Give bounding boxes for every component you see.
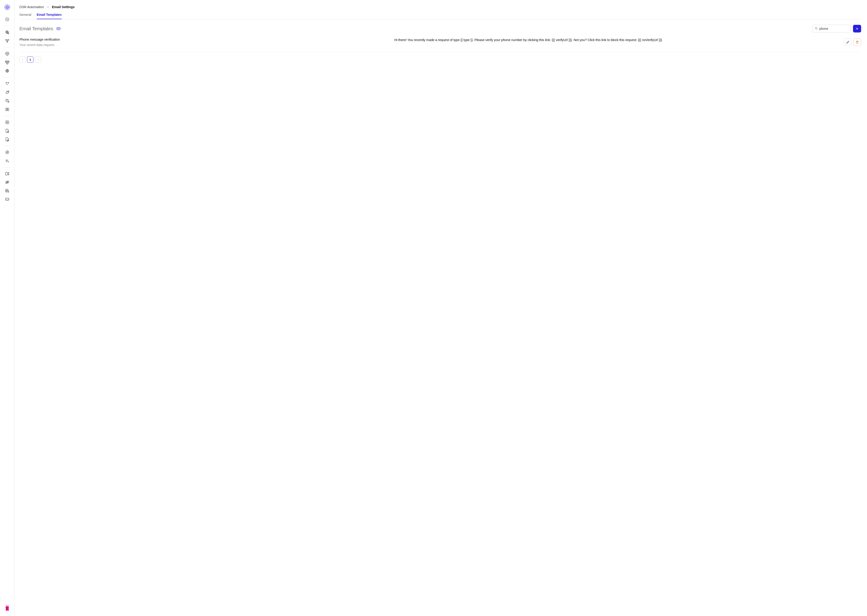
nav-handshake-icon[interactable] xyxy=(3,80,11,87)
svg-point-35 xyxy=(59,28,59,29)
search-input[interactable] xyxy=(812,25,851,33)
template-row: Phone message verification Your recent d… xyxy=(19,34,861,52)
svg-rect-17 xyxy=(6,121,9,124)
template-subject: Your recent data request. xyxy=(19,43,390,47)
nav-eye-off-icon[interactable] xyxy=(3,179,11,185)
app-logo[interactable] xyxy=(4,4,11,11)
nav-table-plus-icon[interactable] xyxy=(3,188,11,194)
svg-point-36 xyxy=(815,27,817,29)
svg-point-24 xyxy=(8,174,9,175)
nav-list-plus-icon[interactable] xyxy=(3,158,11,164)
template-title: Phone message verification xyxy=(19,38,390,41)
template-body: Hi there! You recently made a request of… xyxy=(394,38,839,47)
nav-database-power-icon[interactable] xyxy=(3,97,11,104)
main-content: DSR Automation Email Settings General Em… xyxy=(14,0,867,616)
nav-globe-icon[interactable] xyxy=(3,68,11,74)
nav-user-card-icon[interactable] xyxy=(3,106,11,113)
nav-file-database-icon[interactable] xyxy=(3,136,11,143)
svg-point-30 xyxy=(7,610,9,611)
add-template-button[interactable] xyxy=(853,25,861,33)
svg-point-2 xyxy=(7,7,8,8)
plus-icon xyxy=(855,27,859,30)
svg-point-5 xyxy=(8,33,9,34)
nav-thumbs-up-icon[interactable] xyxy=(3,89,11,96)
delete-template-button[interactable] xyxy=(853,38,861,46)
tab-email-templates[interactable]: Email Templates xyxy=(37,13,61,19)
svg-point-13 xyxy=(6,99,8,100)
svg-point-34 xyxy=(58,28,58,29)
nav-brand-bottom-icon[interactable] xyxy=(3,604,11,612)
nav-boxes-stacked-icon[interactable] xyxy=(3,59,11,65)
chevron-right-icon xyxy=(47,6,49,8)
nav-graph-nodes-icon[interactable] xyxy=(3,38,11,44)
nav-bolt-icon[interactable] xyxy=(3,16,11,22)
svg-point-18 xyxy=(6,122,8,123)
breadcrumb: DSR Automation Email Settings xyxy=(19,5,861,9)
svg-point-23 xyxy=(8,172,9,173)
nav-search-box-icon[interactable] xyxy=(3,119,11,126)
nav-code-monitor-icon[interactable] xyxy=(3,196,11,203)
svg-point-12 xyxy=(8,91,9,92)
svg-rect-27 xyxy=(5,198,9,200)
search-icon xyxy=(815,27,818,31)
nav-globe-settings-icon[interactable] xyxy=(3,29,11,35)
svg-point-32 xyxy=(8,605,8,606)
tabbar: General Email Templates xyxy=(19,13,861,19)
nav-layout-sliders-icon[interactable] xyxy=(3,171,11,177)
breadcrumb-current: Email Settings xyxy=(52,5,75,9)
pencil-icon xyxy=(846,40,850,44)
nav-compass-icon[interactable] xyxy=(3,149,11,156)
page-next-button[interactable] xyxy=(35,57,41,63)
trash-icon xyxy=(856,40,859,44)
nav-box-icon[interactable] xyxy=(3,50,11,57)
tab-general[interactable]: General xyxy=(19,13,32,19)
pagination: 1 xyxy=(19,57,861,63)
experimental-badge-icon xyxy=(56,27,61,31)
page-number-1[interactable]: 1 xyxy=(27,57,33,63)
svg-point-16 xyxy=(6,108,8,109)
search-wrap xyxy=(812,25,851,33)
sidebar xyxy=(0,0,14,616)
svg-rect-22 xyxy=(5,172,7,175)
svg-rect-33 xyxy=(57,28,60,30)
page-prev-button[interactable] xyxy=(19,57,26,63)
chevron-left-icon xyxy=(22,58,24,61)
nav-file-search-icon[interactable] xyxy=(3,128,11,134)
svg-point-29 xyxy=(6,610,7,611)
svg-point-31 xyxy=(6,605,7,606)
svg-point-21 xyxy=(6,151,9,154)
breadcrumb-parent[interactable]: DSR Automation xyxy=(19,5,44,9)
page-title: Email Templates xyxy=(19,26,53,31)
chevron-right-icon xyxy=(37,58,39,61)
edit-template-button[interactable] xyxy=(844,38,852,46)
